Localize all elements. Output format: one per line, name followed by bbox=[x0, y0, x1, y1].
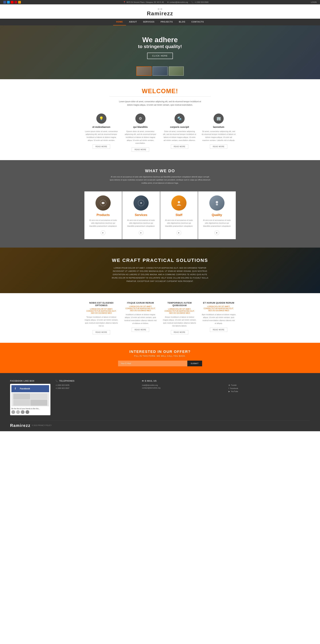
footer-social: Social ⊞ Tumblr f Facebook ▶ YouTube bbox=[228, 380, 310, 415]
facebook-icon[interactable] bbox=[3, 1, 6, 4]
footer-link-facebook[interactable]: f Facebook bbox=[228, 387, 310, 389]
feature-item-1: ⚙ qui blanditiis Epsom dolor sit amet, c… bbox=[124, 114, 158, 152]
feat-subtitle-2: LOREM DOLOR SIT AMET, CONSECTETUR ADIPIS… bbox=[162, 308, 197, 314]
footer-fb-header: f Facebook bbox=[12, 385, 49, 392]
whatwedo-cards: Products Al vero eos et accusamus et ius… bbox=[84, 192, 236, 239]
footer-phone-2: +1 800 603 0597 bbox=[56, 387, 137, 389]
main-navigation: HOME ABOUT SERVICES PROJECTS BLOG CONTAC… bbox=[0, 19, 320, 26]
footer-fb-title: FACEBOOK LIKE BOX bbox=[10, 380, 50, 382]
feature-title-1: qui blanditiis bbox=[124, 126, 158, 128]
what-we-do-section: WHAT WE DO Al vero eos et accusamus et i… bbox=[0, 160, 320, 248]
feature-readmore-2[interactable]: READ MORE bbox=[171, 144, 188, 149]
address-info: 📍 9870 St Vincent Place, Glasgow, DC 45 … bbox=[123, 1, 164, 3]
hero-content: We adhere to stringent quality! CLICK HE… bbox=[135, 29, 185, 66]
card-desc-services: Al vero eos et accusamus et iusto odio d… bbox=[126, 219, 156, 228]
top-bar-info: 📍 9870 St Vincent Place, Glasgow, DC 45 … bbox=[123, 1, 208, 3]
feat-desc-1: Incididunt ut labore et dolore magna ali… bbox=[124, 313, 158, 325]
welcome-divider bbox=[110, 96, 210, 96]
card-title-quality: Quality bbox=[202, 213, 232, 217]
card-title-staff: Staff bbox=[164, 213, 194, 217]
nav-services[interactable]: SERVICES bbox=[140, 19, 158, 26]
nav-contacts[interactable]: CONTACTS bbox=[188, 19, 207, 26]
phone-icon: 📞 bbox=[56, 380, 58, 382]
feature-title-3: laoreetum bbox=[202, 126, 236, 128]
feat-readmore-3[interactable]: READ MORE bbox=[210, 328, 227, 332]
welcome-section: WELCOME! Lorem ipsum dolor sit amet, con… bbox=[0, 79, 320, 160]
footer-logo: Ramirezz bbox=[10, 423, 30, 428]
feat-title-2: TEMPORIBUS AUTEM QUIBUSDAM bbox=[162, 302, 197, 306]
footer-telephones-title: 📞 TELEPHONES bbox=[56, 380, 137, 382]
feat-item-2: TEMPORIBUS AUTEM QUIBUSDAM LOREM DOLOR S… bbox=[162, 302, 197, 334]
feature-icon-1: ⚙ bbox=[135, 114, 146, 124]
feature-readmore-3[interactable]: READ MORE bbox=[210, 144, 227, 149]
footer-fb-box: f Facebook Be the first of your friends … bbox=[10, 384, 50, 415]
feat-readmore-1[interactable]: READ MORE bbox=[132, 328, 149, 332]
site-header: ⚙ ⚙ Ramirezz HOME ABOUT SERVICES PROJECT… bbox=[0, 4, 320, 26]
cta-email-input[interactable] bbox=[118, 360, 187, 366]
feature-readmore-0[interactable]: READ MORE bbox=[93, 144, 110, 149]
feature-icon-0: 💡 bbox=[96, 114, 106, 124]
feat-item-1: ITAQUE EARUM RERUM LOREM DOLOR SIT AMET,… bbox=[124, 302, 158, 334]
email-icon: ✉ bbox=[142, 380, 144, 382]
welcome-text: Lorem ipsum dolor sit amet, consectetur … bbox=[118, 100, 202, 107]
gear-icons: ⚙ ⚙ bbox=[0, 8, 320, 10]
feature-readmore-1[interactable]: READ MORE bbox=[132, 148, 149, 152]
hero-cta-button[interactable]: CLICK HERE bbox=[147, 53, 173, 59]
footer-grid: FACEBOOK LIKE BOX f Facebook Be the firs… bbox=[10, 380, 310, 415]
rss-icon[interactable] bbox=[18, 1, 21, 4]
footer-email-2: contact@demolink.org bbox=[142, 387, 223, 389]
nav-home[interactable]: HOME bbox=[113, 19, 126, 26]
card-title-products: Products bbox=[88, 213, 119, 217]
card-play-staff[interactable]: ▶ bbox=[176, 230, 181, 235]
cta-submit-button[interactable]: SUBMIT bbox=[187, 360, 202, 366]
card-img-staff bbox=[171, 196, 186, 210]
feature-desc-0: Lorem ipsum dolor sit amet, consectetur … bbox=[84, 130, 118, 142]
welcome-title: WELCOME! bbox=[10, 88, 310, 95]
feat-readmore-2[interactable]: READ MORE bbox=[171, 330, 188, 334]
cta-title: INTERESTED IN OUR OFFER? bbox=[10, 350, 310, 354]
craft-section: WE CRAFT PRACTICAL SOLUTIONS LOREM IPSUM… bbox=[0, 248, 320, 293]
card-play-products[interactable]: ▶ bbox=[101, 230, 106, 235]
feat-title-1: ITAQUE EARUM RERUM bbox=[124, 302, 158, 304]
feature-icon-2: 🔩 bbox=[174, 114, 185, 124]
nav-about[interactable]: ABOUT bbox=[126, 19, 140, 26]
hero-thumb-3[interactable] bbox=[169, 66, 184, 76]
footer-email-title: ✉ E-Mail Us bbox=[142, 380, 223, 382]
footer-link-youtube[interactable]: ▶ YouTube bbox=[228, 390, 310, 392]
card-img-products bbox=[96, 196, 111, 210]
craft-title: WE CRAFT PRACTICAL SOLUTIONS bbox=[112, 258, 208, 263]
youtube-link-icon: ▶ bbox=[228, 390, 230, 392]
facebook-cta-text: Be the first of your friends to like thi… bbox=[12, 407, 49, 410]
pinterest-icon[interactable] bbox=[14, 1, 17, 4]
card-services: Services Al vero eos et accusamus et ius… bbox=[122, 192, 160, 239]
logo-area: ⚙ ⚙ Ramirezz bbox=[0, 8, 320, 17]
login-link[interactable]: LOGIN bbox=[311, 1, 317, 3]
hero-thumb-1[interactable] bbox=[136, 66, 152, 76]
card-staff: Staff Al vero eos et accusamus et iusto … bbox=[160, 192, 198, 239]
feature-item-3: 🏢 laoreetum Sit amet, consectetur adipis… bbox=[202, 114, 236, 152]
card-title-services: Services bbox=[126, 213, 156, 217]
feat-item-3: ET HARUM QUIDEM RERUM LOREM DOLOR SIT AM… bbox=[202, 302, 236, 334]
footer-link-tumblr[interactable]: ⊞ Tumblr bbox=[228, 384, 310, 386]
card-products: Products Al vero eos et accusamus et ius… bbox=[84, 192, 122, 239]
craft-text: LOREM IPSUM DOLOR SIT AMET, CONSECTETUR … bbox=[110, 266, 210, 283]
hero-thumb-2[interactable] bbox=[152, 66, 168, 76]
feat-subtitle-0: LOREM DOLOR SIT AMET, CONSECTETUR ADIPIS… bbox=[84, 308, 118, 314]
whatwedo-title: WHAT WE DO bbox=[10, 168, 310, 173]
hero-subtitle: to stringent quality! bbox=[138, 44, 182, 49]
nav-blog[interactable]: BLOG bbox=[176, 19, 188, 26]
feat-desc-2: Ampor incididunt ut labore et dolore mag… bbox=[162, 316, 197, 328]
welcome-features: 💡 et molestiaenon Lorem ipsum dolor sit … bbox=[84, 114, 236, 152]
card-play-quality[interactable]: ▶ bbox=[214, 230, 219, 235]
feat-subtitle-1: LOREM DOLOR SIT AMET, CONSECTETUR ADIPIS… bbox=[124, 306, 158, 312]
feature-title-2: corporis suscipit bbox=[162, 126, 197, 128]
youtube-icon[interactable] bbox=[11, 1, 14, 4]
feature-icon-3: 🏢 bbox=[214, 114, 224, 124]
card-play-services[interactable]: ▶ bbox=[139, 230, 144, 235]
footer-copyright: © 2015 PRIVACY POLICY bbox=[32, 424, 52, 426]
nav-projects[interactable]: PROJECTS bbox=[158, 19, 176, 26]
cta-subtitle: FILL IN THIS FORM. WE WILL CALL YOU BACK… bbox=[10, 355, 310, 357]
feat-readmore-0[interactable]: READ MORE bbox=[93, 330, 110, 334]
hero-section: We adhere to stringent quality! CLICK HE… bbox=[0, 26, 320, 79]
twitter-icon[interactable] bbox=[7, 1, 10, 4]
